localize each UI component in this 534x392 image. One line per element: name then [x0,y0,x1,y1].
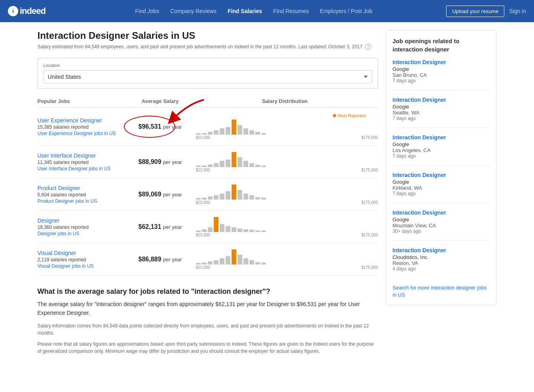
bar-normal [243,161,248,167]
bar-normal [208,261,213,265]
header-right: Upload your resume Sign in [446,6,526,17]
job-chart: $23,000$175,000 [192,249,378,270]
job-salary: $88,909 per year [129,158,192,166]
bar-normal [255,230,260,232]
bar-normal [238,228,242,232]
job-title-link[interactable]: User Interface Designer [38,152,129,159]
bar-normal [196,198,201,200]
posting-age: 7 days ago [393,116,490,121]
logo-text: indeed [20,6,46,16]
range-high: $175,000 [361,168,378,172]
posting-age: 7 days ago [393,191,490,196]
bar-normal [202,229,207,232]
job-chart: $23,000$175,000 [192,216,378,237]
most-reported-label: Most Reported [333,113,366,118]
logo[interactable]: i indeed [8,6,46,16]
bar-normal [220,194,224,200]
col-header-avg: Average Salary [129,98,192,104]
posting-age: 30+ days ago [393,228,490,234]
bar-normal [226,226,230,232]
nav-find-jobs[interactable]: Find Jobs [135,8,159,14]
bar-highlighted [232,185,236,200]
range-high: $175,000 [361,135,378,140]
job-info: User Interface Designer11,345 salaries r… [38,152,129,171]
nav-find-salaries[interactable]: Find Salaries [228,8,262,14]
job-search-link[interactable]: Visual Designer jobs in US [38,263,129,269]
job-search-link[interactable]: Designer jobs in US [38,231,129,236]
job-salary: $96,531 per year [129,123,192,130]
job-chart: $23,000$175,000 [192,151,378,172]
bar-normal [249,130,254,135]
list-item: Interaction Designer Google Mountain Vie… [393,209,490,241]
bar-highlighted [232,120,236,135]
range-low: $23,000 [196,200,210,205]
job-title-link[interactable]: Designer [38,217,129,224]
table-row: Product Designer5,604 salaries reportedP… [38,178,378,211]
sidebar-postings: Interaction Designer Google San Bruno, C… [393,59,490,278]
posting-title-link[interactable]: Interaction Designer [393,247,490,253]
job-title-link[interactable]: User Experience Designer [38,117,129,124]
chart-range: $23,000$175,000 [196,168,378,172]
range-high: $175,000 [361,233,378,237]
bar-normal [255,165,260,167]
col-header-dist: Salary Distribution [192,98,378,104]
list-item: Interaction Designer Google Seattle, WA … [393,97,490,128]
posting-location: Los Angeles, CA [393,147,490,153]
bar-normal [255,132,260,135]
job-salaries-count: 2,119 salaries reported [38,257,129,263]
posting-location: Mountain View, CA [393,223,490,228]
bar-normal [202,133,207,135]
sign-in-link[interactable]: Sign in [509,8,526,14]
bar-normal [226,256,230,265]
bar-normal [220,258,224,265]
job-search-link[interactable]: User Experience Designer jobs in US [38,131,129,136]
bar-normal [214,130,219,135]
job-info: Visual Designer2,119 salaries reportedVi… [38,250,129,269]
sidebar-search-link[interactable]: Search for more interaction designer job… [393,284,490,299]
posting-title-link[interactable]: Interaction Designer [393,209,490,216]
list-item: Interaction Designer Google San Bruno, C… [393,59,490,90]
location-select[interactable]: United States [44,70,372,84]
page-subtitle: Salary estimated from 84,549 employees, … [38,44,378,50]
bar-highlighted [214,217,219,232]
posting-age: 7 days ago [393,153,490,159]
bar-highlighted [232,249,236,265]
page-title: Interaction Designer Salaries in US [38,30,378,41]
job-title-link[interactable]: Product Designer [38,185,129,191]
posting-title-link[interactable]: Interaction Designer [393,134,490,141]
posting-company: Google [393,217,490,223]
job-title-link[interactable]: Visual Designer [38,250,129,256]
upload-resume-button[interactable]: Upload your resume [446,6,504,17]
bar-normal [238,157,242,167]
posting-title-link[interactable]: Interaction Designer [393,97,490,103]
nav-find-resumes[interactable]: Find Resumes [273,8,309,14]
bar-normal [243,194,248,200]
nav-employers-post-job[interactable]: Employers / Post Job [320,8,372,14]
job-search-link[interactable]: Product Designer jobs in US [38,198,129,204]
bar-normal [226,160,230,167]
job-chart: Most Reported$23,000$175,000 [192,113,378,140]
nav-company-reviews[interactable]: Company Reviews [170,8,217,14]
bar-normal [261,263,266,265]
posting-location: San Bruno, CA [393,72,490,78]
main-nav: Find Jobs Company Reviews Find Salaries … [61,8,446,14]
bar-normal [196,166,201,167]
list-item: Interaction Designer Google Kirkland, WA… [393,172,490,203]
bar-normal [202,263,207,265]
job-search-link[interactable]: User Interface Designer jobs in US [38,166,129,171]
table-row: User Interface Designer11,345 salaries r… [38,146,378,178]
bar-normal [261,166,266,167]
job-salary: $62,131 per year [129,223,192,230]
help-icon[interactable]: ? [365,44,371,50]
bar-chart [196,119,378,135]
range-low: $23,000 [196,135,210,140]
bar-normal [214,163,219,167]
posting-title-link[interactable]: Interaction Designer [393,59,490,65]
posting-company: Google [393,104,490,110]
posting-location: Kirkland, WA [393,185,490,191]
bar-normal [196,263,201,265]
posting-title-link[interactable]: Interaction Designer [393,172,490,178]
bar-normal [232,227,236,232]
bar-normal [226,127,230,135]
table-row: Designer18,360 salaries reportedDesigner… [38,211,378,243]
